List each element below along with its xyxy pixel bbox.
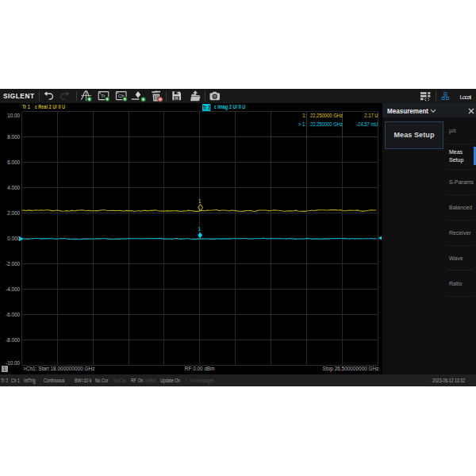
- svg-text:1: 1: [198, 198, 202, 204]
- svg-text:1: 1: [198, 226, 202, 232]
